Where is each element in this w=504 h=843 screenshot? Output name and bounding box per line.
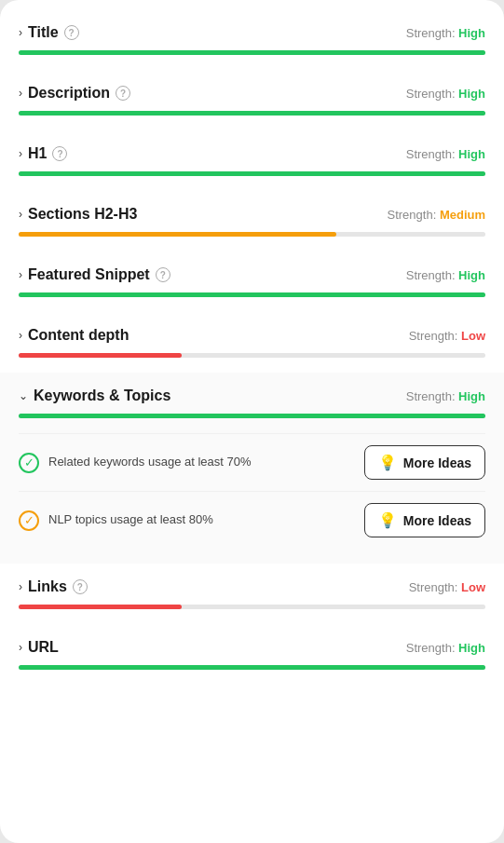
progress-bar <box>19 232 336 237</box>
keyword-item-left-related-keywords: ✓ Related keywords usage at least 70% <box>19 453 364 473</box>
more-ideas-button-related-keywords[interactable]: 💡 More Ideas <box>364 445 485 480</box>
main-card: › Title ? Strength: High › Description ?… <box>0 0 504 843</box>
strength-label: Strength: High <box>406 389 485 403</box>
strength-label: Strength: High <box>406 87 485 101</box>
keyword-item-nlp-topics: ✓ NLP topics usage at least 80% 💡 More I… <box>19 491 485 549</box>
keyword-item-left-nlp-topics: ✓ NLP topics usage at least 80% <box>19 510 364 531</box>
strength-value: High <box>458 26 485 40</box>
section-url: › URL Strength: High <box>0 624 504 670</box>
keywords-section: ⌄ Keywords & Topics Strength: High ✓ Rel… <box>0 373 504 564</box>
chevron-right-icon[interactable]: › <box>19 208 22 221</box>
section-title-url: URL <box>28 639 59 656</box>
strength-value: High <box>458 268 485 282</box>
bulb-icon-related-keywords: 💡 <box>378 454 397 471</box>
section-links: › Links ? Strength: Low <box>0 564 504 609</box>
progress-bar <box>19 50 485 55</box>
check-circle-nlp-topics: ✓ <box>19 510 39 531</box>
progress-bar-container <box>19 232 485 237</box>
progress-bar-container <box>19 665 485 670</box>
strength-value: High <box>458 87 485 101</box>
section-title: › Title ? Strength: High <box>0 9 504 55</box>
strength-value: High <box>458 147 485 161</box>
progress-bar-container <box>19 605 485 609</box>
help-icon-h1[interactable]: ? <box>52 146 67 161</box>
chevron-right-icon[interactable]: › <box>19 147 22 160</box>
section-title-description: Description <box>28 85 110 102</box>
keywords-section-left: ⌄ Keywords & Topics <box>19 388 170 404</box>
section-left-featured-snippet: › Featured Snippet ? <box>19 266 170 283</box>
more-ideas-label-related-keywords: More Ideas <box>403 455 471 470</box>
progress-bar <box>19 171 485 176</box>
progress-bar-container <box>19 111 485 116</box>
more-ideas-label-nlp-topics: More Ideas <box>403 513 471 528</box>
progress-bar <box>19 665 485 670</box>
progress-bar <box>19 292 485 297</box>
strength-label: Strength: High <box>406 147 485 161</box>
keyword-text-related-keywords: Related keywords usage at least 70% <box>48 455 252 470</box>
progress-bar-container <box>19 353 485 358</box>
progress-bar-container <box>19 414 485 418</box>
section-header-h1: › H1 ? Strength: High <box>19 145 485 162</box>
progress-bar-container <box>19 292 485 297</box>
keyword-item-related-keywords: ✓ Related keywords usage at least 70% 💡 … <box>19 433 485 491</box>
strength-label: Strength: High <box>406 268 485 282</box>
check-circle-related-keywords: ✓ <box>19 453 39 473</box>
section-left-title: › Title ? <box>19 24 79 41</box>
section-header-url: › URL Strength: High <box>19 639 485 656</box>
section-left-url: › URL <box>19 639 59 656</box>
help-icon-title[interactable]: ? <box>64 25 79 40</box>
progress-bar <box>19 414 485 418</box>
check-icon-nlp-topics: ✓ <box>19 510 39 531</box>
chevron-right-icon[interactable]: › <box>19 268 22 281</box>
section-sections-h2-h3: › Sections H2-H3 Strength: Medium <box>0 191 504 237</box>
more-ideas-button-nlp-topics[interactable]: 💡 More Ideas <box>364 503 485 537</box>
section-left-description: › Description ? <box>19 85 130 102</box>
section-title-content-depth: Content depth <box>28 327 129 344</box>
chevron-right-icon[interactable]: › <box>19 641 22 654</box>
chevron-down-icon[interactable]: ⌄ <box>19 389 28 402</box>
chevron-right-icon[interactable]: › <box>19 329 22 342</box>
section-description: › Description ? Strength: High <box>0 70 504 116</box>
section-header-sections-h2-h3: › Sections H2-H3 Strength: Medium <box>19 206 485 223</box>
strength-label: Strength: High <box>406 26 485 40</box>
help-icon-links[interactable]: ? <box>73 579 88 594</box>
section-title-links: Links <box>28 578 67 595</box>
progress-bar <box>19 353 182 358</box>
section-title-title: Title <box>28 24 59 41</box>
strength-label: Strength: Low <box>409 580 485 594</box>
keyword-items: ✓ Related keywords usage at least 70% 💡 … <box>19 433 485 549</box>
strength-value: Low <box>461 329 485 343</box>
section-left-links: › Links ? <box>19 578 88 595</box>
keyword-text-nlp-topics: NLP topics usage at least 80% <box>48 512 213 528</box>
section-h1: › H1 ? Strength: High <box>0 130 504 176</box>
strength-label: Strength: Medium <box>388 208 486 222</box>
section-header-content-depth: › Content depth Strength: Low <box>19 327 485 344</box>
progress-bar-container <box>19 171 485 176</box>
progress-bar <box>19 111 485 116</box>
section-left-content-depth: › Content depth <box>19 327 129 344</box>
strength-value: High <box>458 389 485 403</box>
section-left-sections-h2-h3: › Sections H2-H3 <box>19 206 137 223</box>
section-content-depth: › Content depth Strength: Low <box>0 312 504 358</box>
chevron-right-icon[interactable]: › <box>19 26 22 39</box>
progress-bar-container <box>19 50 485 55</box>
strength-value: High <box>458 641 485 655</box>
section-title-sections-h2-h3: Sections H2-H3 <box>28 206 137 223</box>
keywords-section-header: ⌄ Keywords & Topics Strength: High <box>19 388 485 404</box>
strength-value: Low <box>461 580 485 594</box>
section-header-featured-snippet: › Featured Snippet ? Strength: High <box>19 266 485 283</box>
keywords-section-title: Keywords & Topics <box>34 388 170 404</box>
strength-value: Medium <box>440 208 485 222</box>
chevron-right-icon[interactable]: › <box>19 87 22 100</box>
section-header-links: › Links ? Strength: Low <box>19 578 485 595</box>
bulb-icon-nlp-topics: 💡 <box>378 511 397 529</box>
strength-label: Strength: Low <box>409 329 485 343</box>
section-left-h1: › H1 ? <box>19 145 67 162</box>
section-featured-snippet: › Featured Snippet ? Strength: High <box>0 252 504 297</box>
section-title-featured-snippet: Featured Snippet <box>28 266 150 283</box>
help-icon-featured-snippet[interactable]: ? <box>156 267 170 282</box>
chevron-right-icon[interactable]: › <box>19 580 22 593</box>
help-icon-description[interactable]: ? <box>116 86 130 101</box>
progress-bar <box>19 605 182 609</box>
section-title-h1: H1 <box>28 145 47 162</box>
